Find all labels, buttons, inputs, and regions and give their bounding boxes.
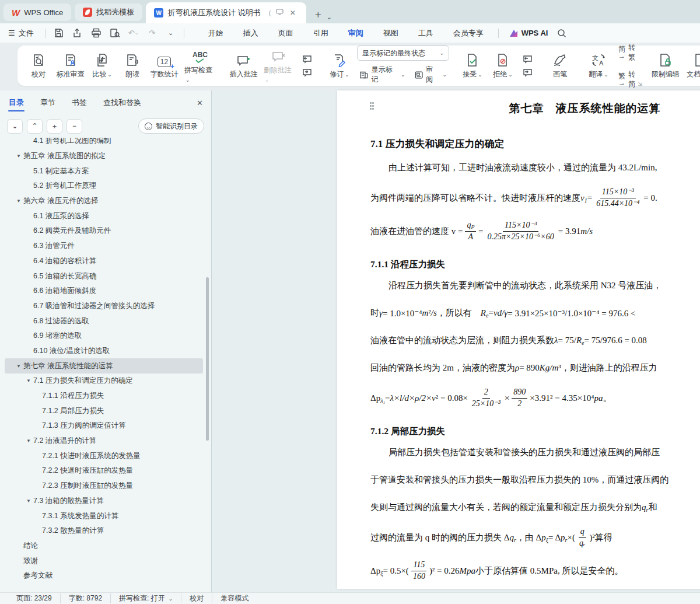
pen-button[interactable]: 画笔: [545, 50, 575, 81]
menu-tab-3[interactable]: 引用: [303, 25, 338, 42]
print-preview-icon[interactable]: [109, 27, 121, 39]
reject-change-button[interactable]: 拒绝⌄: [488, 50, 518, 81]
toc-item[interactable]: 6.3 油管元件: [5, 239, 203, 254]
drag-handle-icon[interactable]: [370, 102, 377, 111]
to-traditional-button[interactable]: 简→ 转繁: [616, 41, 638, 64]
sidebar-scrollbar[interactable]: [206, 277, 209, 441]
toc-item[interactable]: 6.9 堵塞的选取: [5, 329, 203, 344]
close-tab-icon[interactable]: ✕: [288, 8, 298, 18]
undo-icon[interactable]: ↶⌄: [128, 27, 139, 39]
menu-tab-7[interactable]: 会员专享: [443, 25, 494, 42]
toc-item[interactable]: 6.6 油箱地面倾斜度: [5, 284, 203, 299]
toc-item[interactable]: 7.2.2 快退时液压缸的发热量: [5, 463, 203, 479]
menu-tab-2[interactable]: 页面: [268, 25, 303, 42]
close-sidebar-icon[interactable]: ✕: [197, 99, 203, 107]
redo-icon[interactable]: ↷: [146, 27, 158, 39]
toc-item[interactable]: 6.4 油箱的容积计算: [5, 254, 203, 269]
toc-item[interactable]: 4.1 折弯机工况图的编制: [5, 138, 203, 149]
toc-collapse-arrow-icon[interactable]: ▼: [24, 378, 33, 383]
encrypt-document-button[interactable]: 文档加密: [683, 50, 700, 81]
menu-tab-4[interactable]: 审阅: [338, 25, 373, 42]
toc-collapse-arrow-icon[interactable]: ▼: [14, 153, 23, 159]
menu-tab-5[interactable]: 视图: [373, 25, 408, 42]
toc-item[interactable]: 6.1 液压泵的选择: [5, 208, 203, 224]
doc-content[interactable]: 7.1 压力损失和调定压力的确定由上述计算可知，工进时油液流动速度较小，通过的流…: [370, 137, 700, 589]
review-pane-button[interactable]: 审阅 ⌄: [412, 64, 449, 86]
expand-down-button[interactable]: ⌄: [7, 119, 23, 134]
word-count-indicator[interactable]: 字数: 8792: [60, 593, 110, 603]
sidebar-tab-find-replace[interactable]: 查找和替换: [103, 92, 142, 114]
new-tab-icon[interactable]: ＋: [310, 8, 327, 23]
file-menu-button[interactable]: ☰ 文件: [0, 28, 41, 39]
to-simplified-button[interactable]: 繁→ 转简: [616, 68, 638, 90]
toc-item[interactable]: ▼7.1 压力损失和调定压力的确定: [5, 373, 203, 389]
word-count-button[interactable]: 12 + 字数统计: [148, 50, 181, 81]
spell-check-button[interactable]: ABC 拼写检查⌄: [181, 46, 219, 85]
toc-collapse-arrow-icon[interactable]: ▼: [14, 198, 23, 204]
previous-comment-icon[interactable]: [300, 54, 314, 64]
proofread-status[interactable]: 校对: [181, 593, 212, 603]
tab-list-chevron-icon[interactable]: ⌄: [327, 13, 332, 23]
print-icon[interactable]: [90, 27, 102, 39]
toc-item[interactable]: 7.3.2 散热量的计算: [5, 523, 203, 539]
read-aloud-button[interactable]: 朗读: [117, 50, 148, 81]
export-icon[interactable]: [72, 27, 83, 39]
collapse-up-button[interactable]: ⌃: [27, 119, 43, 134]
toc-item[interactable]: 7.1.3 压力阀的调定值计算: [5, 418, 203, 434]
menu-tab-1[interactable]: 插入: [233, 25, 268, 42]
smart-toc-button[interactable]: 智能识别目录: [138, 118, 204, 134]
sidebar-tab-chapters[interactable]: 章节: [40, 92, 56, 114]
expand-group-icon[interactable]: ⇲: [638, 81, 642, 87]
toc-item[interactable]: ▼第七章 液压系统性能的运算: [5, 358, 203, 373]
proofread-button[interactable]: 校对: [23, 50, 54, 81]
toc-item[interactable]: 参考文献: [5, 568, 203, 584]
menu-tab-6[interactable]: 工具: [408, 25, 443, 42]
document-page[interactable]: 第七章 液压系统性能的运算 7.1 压力损失和调定压力的确定由上述计算可知，工进…: [337, 90, 700, 589]
toc-item[interactable]: 致谢: [5, 553, 203, 568]
show-markup-button[interactable]: 显示标记 ⌄: [357, 64, 408, 86]
toc-item[interactable]: 5.1 制定基本方案: [5, 163, 203, 179]
standard-review-button[interactable]: 标准审查: [54, 50, 87, 81]
compare-button[interactable]: 比较⌄: [87, 50, 117, 81]
toc-item[interactable]: ▼7.2 油液温升的计算: [5, 434, 203, 449]
toc-item[interactable]: 5.2 折弯机工作原理: [5, 179, 203, 194]
track-changes-button[interactable]: 修订⌄: [324, 50, 355, 81]
delete-comment-button[interactable]: 删除批注⌄: [260, 46, 298, 85]
toc-item[interactable]: 6.5 油箱的长宽高确: [5, 268, 203, 284]
toc-item[interactable]: 7.2.1 快进时液压系统的发热量: [5, 448, 203, 463]
page-indicator[interactable]: 页面: 23/29: [8, 593, 60, 603]
toc-item[interactable]: 结论: [5, 539, 203, 554]
tab-docer-templates[interactable]: 找稻壳模板: [75, 4, 142, 21]
toc-item[interactable]: 7.1.1 沿程压力损失: [5, 389, 203, 404]
toc-item[interactable]: 6.8 过滤器的选取: [5, 313, 203, 329]
next-comment-icon[interactable]: [300, 68, 314, 78]
restrict-editing-button[interactable]: 限制编辑: [648, 50, 683, 81]
sidebar-tab-bookmarks[interactable]: 书签: [71, 92, 88, 114]
wps-ai-button[interactable]: WPS AI: [509, 29, 548, 37]
toc-item[interactable]: 6.2 阀类元件及辅助元件: [5, 224, 203, 239]
insert-comment-button[interactable]: 插入批注: [228, 50, 260, 81]
toc-item[interactable]: 6.7 吸油管和过滤器之间管接头的选择: [5, 299, 203, 314]
toc-item[interactable]: 7.3.1 系统发热量的计算: [5, 508, 203, 523]
spell-check-indicator[interactable]: 拼写检查: 打开⌄: [110, 593, 181, 603]
toc-collapse-arrow-icon[interactable]: ▼: [24, 498, 33, 504]
toc-collapse-arrow-icon[interactable]: ▼: [14, 364, 23, 369]
menu-tab-0[interactable]: 开始: [198, 25, 233, 42]
toc-item[interactable]: 6.10 液位/温度计的选取: [5, 344, 203, 359]
markup-state-dropdown[interactable]: 显示标记的最终状态 ⌄: [357, 46, 449, 61]
expand-all-button[interactable]: ＋: [47, 119, 62, 134]
search-icon[interactable]: [556, 27, 568, 39]
translate-button[interactable]: 文A 翻译⌄: [583, 50, 614, 81]
save-icon[interactable]: [53, 27, 65, 39]
sidebar-tab-contents[interactable]: 目录: [8, 92, 24, 114]
toc-item[interactable]: ▼第五章 液压系统图的拟定: [5, 149, 203, 164]
toc-item[interactable]: 7.1.2 局部压力损失: [5, 403, 203, 418]
collapse-all-button[interactable]: −: [66, 119, 82, 134]
toc-collapse-arrow-icon[interactable]: ▼: [24, 438, 33, 444]
previous-change-icon[interactable]: [520, 54, 534, 64]
next-change-icon[interactable]: [520, 68, 534, 78]
quick-access-chevron-icon[interactable]: ⌄: [165, 27, 177, 39]
accept-change-button[interactable]: 接受⌄: [457, 50, 488, 81]
toc-item[interactable]: ▼7.3 油箱的散热量计算: [5, 494, 203, 509]
toc-item[interactable]: 7.2.3 压制时液压缸的发热量: [5, 479, 203, 494]
